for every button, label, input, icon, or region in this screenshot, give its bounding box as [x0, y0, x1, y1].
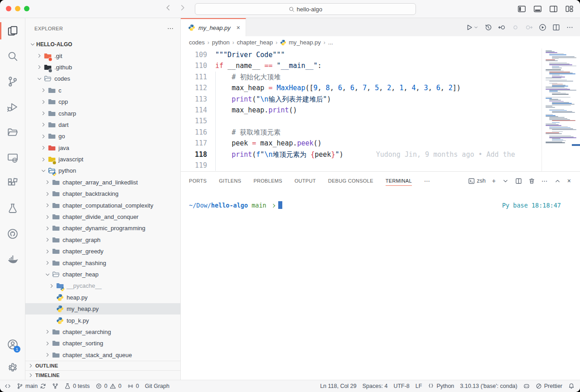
- outline-section[interactable]: OUTLINE: [25, 361, 180, 370]
- activity-github[interactable]: [0, 221, 25, 247]
- tree-item-cpp[interactable]: cpp: [25, 96, 180, 107]
- toggle-secondary-sidebar-icon[interactable]: [549, 5, 558, 13]
- explorer-more-actions-icon[interactable]: [167, 25, 174, 32]
- tree-item-chapter_greedy[interactable]: chapter_greedy: [25, 246, 180, 257]
- close-panel-button[interactable]: ×: [567, 177, 571, 184]
- status-eol[interactable]: LF: [416, 383, 422, 389]
- activity-extensions[interactable]: [0, 170, 25, 196]
- status-language-mode[interactable]: Python: [428, 383, 454, 389]
- activity-settings[interactable]: [0, 356, 25, 380]
- panel-tab-gitlens[interactable]: GITLENS: [219, 176, 241, 185]
- split-editor-button[interactable]: [552, 24, 560, 31]
- status-encoding[interactable]: UTF-8: [393, 383, 409, 389]
- tree-item-chapter_dynamic_programming[interactable]: chapter_dynamic_programming: [25, 223, 180, 234]
- status-copilot[interactable]: [523, 383, 530, 389]
- tree-item-dart[interactable]: dart: [25, 119, 180, 131]
- run-python-file-button[interactable]: [465, 24, 478, 31]
- activity-testing[interactable]: [0, 196, 25, 221]
- activity-run-debug[interactable]: [0, 94, 25, 120]
- breadcrumb-item[interactable]: my_heap.py: [280, 39, 321, 46]
- window-controls[interactable]: [6, 6, 29, 11]
- tree-item-heap.py[interactable]: heap.py: [25, 292, 180, 303]
- status-tests[interactable]: 0 tests: [64, 383, 90, 389]
- tree-item-chapter_divide_and_conquer[interactable]: chapter_divide_and_conquer: [25, 211, 180, 223]
- tab-my-heap[interactable]: my_heap.py ×: [181, 18, 246, 36]
- status-prettier[interactable]: Prettier: [536, 383, 562, 389]
- code-line-112[interactable]: 112 max_heap = MaxHeap([9, 8, 6, 6, 7, 5…: [181, 82, 541, 93]
- panel-tab-debug-console[interactable]: DEBUG CONSOLE: [328, 176, 373, 185]
- split-terminal-button[interactable]: [515, 178, 522, 184]
- status-problems[interactable]: 00: [96, 383, 121, 389]
- activity-search[interactable]: [0, 44, 25, 69]
- activity-project-folder[interactable]: [0, 120, 25, 145]
- code-line-114[interactable]: 114 max_heap.print(): [181, 105, 541, 116]
- breadcrumb-item[interactable]: codes: [189, 39, 205, 46]
- more-actions-button[interactable]: ⋯: [541, 177, 548, 184]
- activity-source-control[interactable]: [0, 69, 25, 94]
- previous-change-button[interactable]: [512, 24, 519, 31]
- tree-item-chapter_hashing[interactable]: chapter_hashing: [25, 257, 180, 268]
- panel-tabs-more-icon[interactable]: ⋯: [424, 178, 430, 184]
- tree-item-csharp[interactable]: csharp: [25, 107, 180, 119]
- status-remote-indicator[interactable]: [5, 383, 11, 389]
- file-history-button[interactable]: [484, 24, 492, 31]
- code-line-113[interactable]: 113 print("\n输入列表并建堆后"): [181, 94, 541, 105]
- activity-accounts[interactable]: 1: [0, 333, 25, 356]
- tree-item-HELLO-ALGO[interactable]: HELLO-ALGO: [25, 39, 180, 50]
- customize-layout-icon[interactable]: [565, 5, 574, 13]
- tree-item-top_k.py[interactable]: top_k.py: [25, 315, 180, 326]
- maximize-panel-button[interactable]: [554, 178, 561, 184]
- tree-item-chapter_searching[interactable]: chapter_searching: [25, 326, 180, 338]
- navigate-forward-icon[interactable]: [179, 4, 187, 12]
- toggle-panel-icon[interactable]: [533, 5, 542, 13]
- panel-tab-output[interactable]: OUTPUT: [295, 176, 316, 185]
- command-center-search[interactable]: hello-algo: [195, 3, 416, 15]
- code-line-117[interactable]: 117 peek = max_heap.peek(): [181, 138, 541, 149]
- timeline-section[interactable]: TIMELINE: [25, 370, 180, 380]
- gitlens-commit-graph-button[interactable]: [539, 24, 546, 31]
- code-line-110[interactable]: 110 if __name__ == "__main__":: [181, 60, 541, 71]
- terminal-content[interactable]: ~/Dow/hello-algo main Py base 18:18:47: [181, 190, 580, 380]
- breadcrumb-item[interactable]: python: [212, 39, 230, 46]
- terminal-profile-dropdown-button[interactable]: [502, 178, 509, 184]
- tree-item-my_heap.py[interactable]: my_heap.py: [25, 303, 180, 315]
- toggle-primary-sidebar-icon[interactable]: [517, 5, 526, 13]
- new-terminal-button[interactable]: +: [492, 177, 496, 184]
- active-terminal-shell[interactable]: zsh: [468, 178, 485, 184]
- open-changes-button[interactable]: [498, 24, 506, 31]
- activity-docker[interactable]: [0, 247, 25, 272]
- code-line-118[interactable]: 118 print(f"\n堆顶元素为 {peek}")Yudong Jin, …: [181, 149, 541, 160]
- status-python-interpreter[interactable]: 3.10.13 ('base': conda): [460, 383, 517, 389]
- status-cursor-position[interactable]: Ln 118, Col 29: [320, 383, 356, 389]
- tree-item-chapter_graph[interactable]: chapter_graph: [25, 234, 180, 246]
- kill-terminal-button[interactable]: [528, 178, 535, 184]
- close-window-button[interactable]: [6, 6, 11, 11]
- tree-item-chapter_computational_complexity[interactable]: chapter_computational_complexity: [25, 199, 180, 211]
- panel-tab-terminal[interactable]: TERMINAL: [386, 176, 412, 186]
- tree-item-c[interactable]: c: [25, 85, 180, 96]
- status-notifications[interactable]: [568, 383, 575, 389]
- code-line-115[interactable]: 115: [181, 116, 541, 126]
- tree-item-chapter_array_and_linkedlist[interactable]: chapter_array_and_linkedlist: [25, 177, 180, 188]
- tree-item-chapter_heap[interactable]: chapter_heap: [25, 269, 180, 280]
- status-ports-forwarded[interactable]: 0: [127, 383, 139, 389]
- tree-item-java[interactable]: java: [25, 142, 180, 154]
- code-line-109[interactable]: 109 """Driver Code""": [181, 49, 541, 60]
- status-git-graph-label[interactable]: Git Graph: [145, 383, 169, 389]
- status-git-graph-button[interactable]: [52, 383, 58, 389]
- zoom-window-button[interactable]: [24, 6, 29, 11]
- code-lines[interactable]: 109 """Driver Code""" 110 if __name__ ==…: [181, 48, 541, 171]
- code-line-111[interactable]: 111 # 初始化大顶堆: [181, 72, 541, 82]
- breadcrumb-item[interactable]: chapter_heap: [237, 39, 273, 46]
- tree-item-go[interactable]: go: [25, 131, 180, 142]
- tree-item-__pycache__[interactable]: __pycache__: [25, 280, 180, 291]
- code-line-116[interactable]: 116 # 获取堆顶元素: [181, 127, 541, 138]
- tree-item-javascript[interactable]: javascript: [25, 154, 180, 165]
- next-change-button[interactable]: [525, 24, 533, 31]
- close-tab-icon[interactable]: ×: [237, 24, 240, 31]
- tree-item-codes[interactable]: codes: [25, 73, 180, 84]
- tree-item-chapter_sorting[interactable]: chapter_sorting: [25, 338, 180, 349]
- tree-item-.git[interactable]: .git: [25, 50, 180, 61]
- status-indentation[interactable]: Spaces: 4: [362, 383, 388, 389]
- navigate-back-icon[interactable]: [164, 4, 172, 12]
